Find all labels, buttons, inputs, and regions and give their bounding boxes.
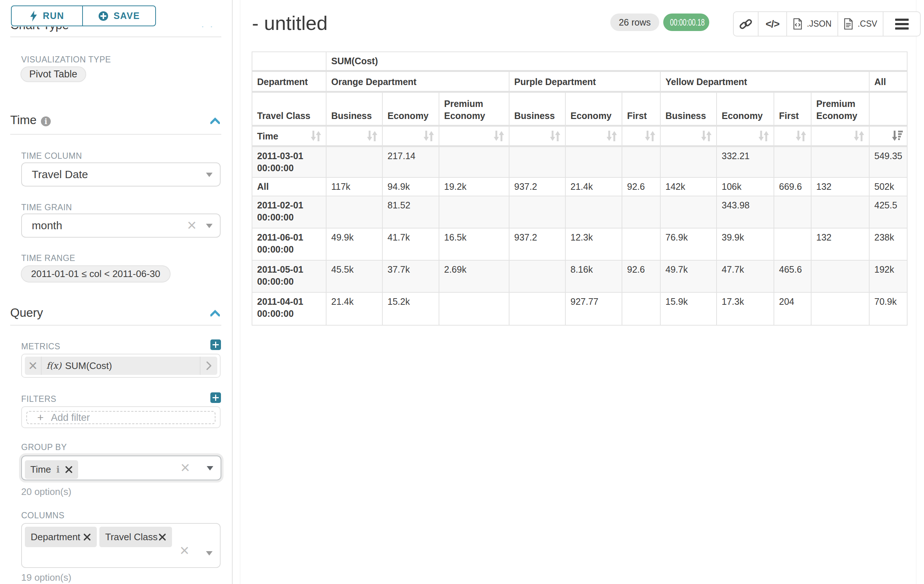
pivot-cell: 19.2k	[439, 178, 509, 196]
time-column-value: Travel Date	[32, 168, 88, 181]
pivot-cell: 217.14	[383, 146, 439, 178]
section-title-time: Time	[10, 113, 36, 127]
menu-button[interactable]	[883, 12, 920, 36]
sort-icon[interactable]	[700, 130, 713, 141]
sort-icon[interactable]	[795, 130, 807, 141]
chart-action-buttons: </> .JSON .CSV	[733, 12, 921, 36]
group-by-select[interactable]: Time i ×	[21, 456, 221, 480]
sort-icon[interactable]	[757, 130, 770, 141]
chevron-up-icon[interactable]	[210, 118, 221, 125]
sort-icon[interactable]	[493, 130, 505, 141]
pivot-sort-header[interactable]	[622, 126, 660, 146]
chip-remove-icon[interactable]	[65, 466, 73, 474]
pivot-cell: 47.7k	[716, 260, 774, 292]
time-grain-label: TIME GRAIN	[21, 202, 72, 212]
pivot-travel-class-header: Premium Economy	[811, 92, 869, 126]
metrics-box: × f(x) SUM(Cost)	[21, 354, 221, 378]
pivot-cell: 8.16k	[565, 260, 622, 292]
time-grain-select[interactable]: month ×	[21, 214, 221, 238]
pivot-cell: 12.3k	[565, 228, 622, 260]
pivot-sort-header[interactable]	[565, 126, 622, 146]
clear-icon[interactable]: ×	[180, 542, 189, 558]
pivot-cell: 21.4k	[326, 292, 383, 325]
group-by-options-note: 20 option(s)	[21, 486, 71, 497]
pivot-cell	[622, 196, 660, 228]
pivot-cell: 927.77	[565, 292, 622, 325]
add-filter-button[interactable]: + Add filter	[26, 411, 216, 424]
metric-chip[interactable]: × f(x) SUM(Cost)	[25, 357, 217, 375]
visualization-type-chip[interactable]: Pivot Table	[20, 66, 86, 82]
chip-remove-icon[interactable]	[83, 533, 91, 541]
pivot-department-header: Purple Department	[509, 71, 660, 92]
pivot-row-header: 2011-05-01 00:00:00	[252, 260, 326, 292]
sort-icon[interactable]	[549, 130, 561, 141]
caret-down-icon[interactable]	[207, 466, 213, 470]
time-column-select[interactable]: Travel Date	[21, 163, 221, 186]
chip-remove-icon	[158, 533, 166, 541]
pivot-corner-cell	[252, 52, 326, 71]
save-button-label: SAVE	[114, 11, 140, 21]
pivot-cell: 192k	[869, 260, 907, 292]
add-metric-button[interactable]	[210, 339, 221, 350]
pivot-sort-header[interactable]	[811, 126, 869, 146]
pivot-cell	[774, 196, 811, 228]
share-link-button[interactable]	[734, 12, 758, 36]
pivot-cell: 204	[774, 292, 811, 325]
clear-icon[interactable]: ×	[187, 217, 196, 233]
pivot-cell: 332.21	[716, 146, 774, 178]
hamburger-icon	[895, 19, 909, 21]
chevron-up-icon[interactable]	[210, 310, 221, 317]
clear-icon[interactable]: ×	[180, 459, 190, 475]
pivot-sort-header[interactable]	[774, 126, 811, 146]
pivot-sort-header-active[interactable]	[869, 126, 907, 146]
visualization-type-label: VISUALIZATION TYPE	[21, 55, 111, 64]
chart-title[interactable]: - untitled	[252, 13, 328, 33]
columns-select[interactable]: Department Travel Class ×	[21, 523, 221, 568]
info-icon[interactable]: i	[41, 117, 51, 126]
pivot-cell	[811, 146, 869, 178]
query-timer-badge: 00:00:00.18	[663, 13, 709, 31]
sort-desc-icon[interactable]	[891, 130, 903, 141]
pivot-sort-header[interactable]	[509, 126, 565, 146]
sort-icon[interactable]	[606, 130, 618, 141]
sort-icon[interactable]	[644, 130, 656, 141]
export-csv-button[interactable]: .CSV	[837, 12, 883, 36]
pivot-sort-header[interactable]	[383, 126, 439, 146]
chip-remove-icon[interactable]	[158, 533, 166, 541]
group-by-chip[interactable]: Time i	[25, 460, 78, 479]
chip-label: Time	[30, 464, 51, 475]
pivot-table: SUM(Cost)DepartmentOrange DepartmentPurp…	[252, 51, 908, 326]
pivot-travel-class-header	[869, 92, 907, 126]
pivot-travel-class-header: First	[622, 92, 660, 126]
chip-info-icon[interactable]: i	[56, 464, 59, 475]
pivot-row-dimension-header[interactable]: Time	[252, 126, 326, 146]
export-json-button[interactable]: .JSON	[786, 12, 837, 36]
divider	[10, 36, 221, 37]
control-panel-sidebar: Chart Type RUN SAVE VISUALIZATION TYPE P…	[0, 0, 233, 584]
add-filter-plus-button[interactable]	[210, 392, 221, 403]
pivot-sort-header[interactable]	[326, 126, 383, 146]
time-range-label: TIME RANGE	[21, 253, 75, 263]
pivot-cell	[622, 292, 660, 325]
embed-code-button[interactable]: </>	[758, 12, 786, 36]
columns-chip[interactable]: Travel Class	[99, 527, 172, 547]
sort-icon[interactable]	[366, 130, 378, 141]
pivot-sort-header[interactable]	[660, 126, 716, 146]
pivot-row-header: 2011-04-01 00:00:00	[252, 292, 326, 325]
sort-icon[interactable]	[310, 130, 322, 141]
run-button[interactable]: RUN	[11, 5, 82, 26]
save-button[interactable]: SAVE	[82, 5, 156, 26]
caret-down-icon[interactable]	[206, 551, 213, 556]
pivot-sort-header[interactable]	[716, 126, 774, 146]
pivot-cell: 15.2k	[383, 292, 439, 325]
metrics-label: METRICS	[21, 342, 60, 352]
columns-chip[interactable]: Department	[25, 527, 97, 547]
expand-metric-icon[interactable]	[200, 357, 217, 375]
pivot-cell: 41.7k	[383, 228, 439, 260]
sort-icon[interactable]	[422, 130, 435, 141]
pivot-sort-header[interactable]	[439, 126, 509, 146]
remove-metric-icon[interactable]: ×	[25, 357, 42, 375]
sort-icon[interactable]	[853, 130, 865, 141]
time-range-chip[interactable]: 2011-01-01 ≤ col < 2011-06-30	[21, 265, 170, 283]
chevron-right-icon	[206, 361, 212, 370]
